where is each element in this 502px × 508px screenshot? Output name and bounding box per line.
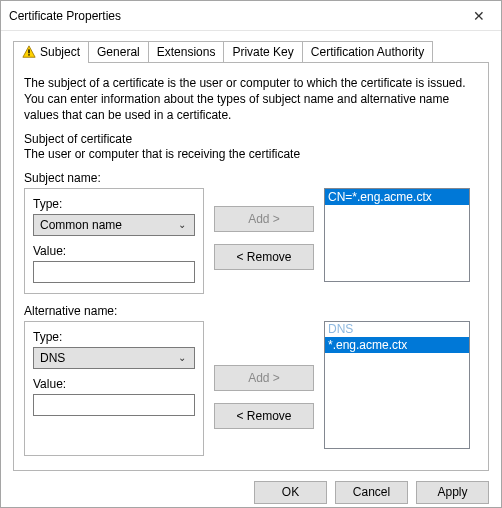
subject-list-col: CN=*.eng.acme.ctx <box>324 188 470 282</box>
tab-cert-authority[interactable]: Certification Authority <box>302 41 433 62</box>
content-area: Subject General Extensions Private Key C… <box>1 31 501 471</box>
subject-add-button[interactable]: Add > <box>214 206 314 232</box>
close-button[interactable]: ✕ <box>456 1 501 30</box>
alt-list-col: DNS *.eng.acme.ctx <box>324 321 470 449</box>
tab-panel-subject: The subject of a certificate is the user… <box>13 63 489 471</box>
ok-button[interactable]: OK <box>254 481 327 504</box>
chevron-down-icon: ⌄ <box>174 352 190 363</box>
tab-extensions[interactable]: Extensions <box>148 41 225 62</box>
subject-type-label: Type: <box>33 197 195 211</box>
subject-name-box: Type: Common name ⌄ Value: <box>24 188 204 294</box>
close-icon: ✕ <box>473 8 485 24</box>
subject-name-row: Type: Common name ⌄ Value: Add > < Remov… <box>24 188 478 294</box>
panel-description: The subject of a certificate is the user… <box>24 75 478 124</box>
tab-general[interactable]: General <box>88 41 149 62</box>
alt-value-input[interactable] <box>33 394 195 416</box>
subject-line: The user or computer that is receiving t… <box>24 147 478 161</box>
tab-subject-label: Subject <box>40 45 80 59</box>
window-title: Certificate Properties <box>9 9 456 23</box>
subject-buttons-col: Add > < Remove <box>214 188 314 270</box>
subject-list[interactable]: CN=*.eng.acme.ctx <box>324 188 470 282</box>
title-bar: Certificate Properties ✕ <box>1 1 501 31</box>
tab-strip: Subject General Extensions Private Key C… <box>13 39 489 63</box>
cancel-button[interactable]: Cancel <box>335 481 408 504</box>
apply-button[interactable]: Apply <box>416 481 489 504</box>
alt-name-label: Alternative name: <box>24 304 478 318</box>
alt-list[interactable]: DNS *.eng.acme.ctx <box>324 321 470 449</box>
tab-cert-authority-label: Certification Authority <box>311 45 424 59</box>
subject-value-label: Value: <box>33 244 195 258</box>
tab-subject[interactable]: Subject <box>13 41 89 63</box>
subject-type-combo[interactable]: Common name ⌄ <box>33 214 195 236</box>
tab-private-key-label: Private Key <box>232 45 293 59</box>
tab-private-key[interactable]: Private Key <box>223 41 302 62</box>
alt-add-button[interactable]: Add > <box>214 365 314 391</box>
alt-type-value: DNS <box>40 351 174 365</box>
svg-rect-2 <box>28 54 29 55</box>
subject-value-input[interactable] <box>33 261 195 283</box>
alt-name-box: Type: DNS ⌄ Value: <box>24 321 204 456</box>
svg-rect-1 <box>28 49 29 53</box>
alt-list-heading: DNS <box>325 322 469 337</box>
alt-type-label: Type: <box>33 330 195 344</box>
alt-buttons-col: Add > < Remove <box>214 321 314 429</box>
tab-general-label: General <box>97 45 140 59</box>
subject-type-value: Common name <box>40 218 174 232</box>
alt-value-label: Value: <box>33 377 195 391</box>
alt-type-combo[interactable]: DNS ⌄ <box>33 347 195 369</box>
list-item[interactable]: *.eng.acme.ctx <box>325 337 469 353</box>
warning-icon <box>22 45 36 59</box>
subject-remove-button[interactable]: < Remove <box>214 244 314 270</box>
alt-name-row: Type: DNS ⌄ Value: Add > < Remove DNS *.… <box>24 321 478 456</box>
tab-extensions-label: Extensions <box>157 45 216 59</box>
chevron-down-icon: ⌄ <box>174 219 190 230</box>
alt-remove-button[interactable]: < Remove <box>214 403 314 429</box>
subject-name-label: Subject name: <box>24 171 478 185</box>
dialog-button-bar: OK Cancel Apply <box>1 471 501 508</box>
list-item[interactable]: CN=*.eng.acme.ctx <box>325 189 469 205</box>
subject-heading: Subject of certificate <box>24 132 478 146</box>
